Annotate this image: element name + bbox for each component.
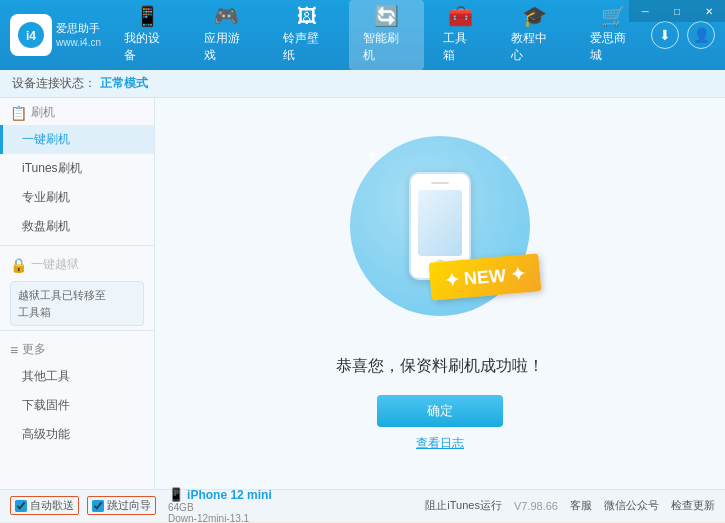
- auto-send-checkbox-item: 自动歌送: [10, 496, 79, 515]
- sparkle-right-icon: ✦: [500, 151, 510, 165]
- bottom-bar: 自动歌送 跳过向导 📱 iPhone 12 mini 64GB Down-12m…: [0, 489, 725, 521]
- device-name: iPhone 12 mini: [187, 488, 272, 502]
- skip-wizard-checkbox-item: 跳过向导: [87, 496, 156, 515]
- sub-header: 设备连接状态： 正常模式: [0, 70, 725, 98]
- customer-service-link[interactable]: 客服: [570, 498, 592, 513]
- device-version: Down-12mini-13.1: [168, 513, 272, 523]
- tools-icon: 🧰: [448, 6, 473, 26]
- apps-icon: 🎮: [214, 6, 239, 26]
- sidebar-section-jailbreak: 🔒 一键越狱: [0, 250, 154, 277]
- jailbreak-notice: 越狱工具已转移至工具箱: [10, 281, 144, 326]
- sidebar-section-more: ≡ 更多: [0, 335, 154, 362]
- wallpaper-icon: 🖼: [297, 6, 317, 26]
- user-button[interactable]: 👤: [687, 21, 715, 49]
- sidebar-item-itunes[interactable]: iTunes刷机: [0, 154, 154, 183]
- logo-area: i4 爱思助手 www.i4.cn: [10, 14, 110, 56]
- sidebar-item-download-fw[interactable]: 下载固件: [0, 391, 154, 420]
- shop-icon: 🛒: [601, 6, 626, 26]
- sidebar-divider-2: [0, 330, 154, 331]
- maximize-button[interactable]: □: [661, 0, 693, 22]
- phone-illustration: ✦ ✦ ✦ NEW ✦: [340, 136, 540, 336]
- phone-speaker: [431, 182, 449, 185]
- nav-tools[interactable]: 🧰 工具箱: [429, 0, 492, 70]
- status-badge: 正常模式: [100, 75, 148, 92]
- logo-text: 爱思助手 www.i4.cn: [56, 21, 101, 48]
- phone-circle: ✦ ✦ ✦ NEW ✦: [350, 136, 530, 316]
- more-section-icon: ≡: [10, 342, 18, 358]
- phone-screen: [418, 190, 462, 255]
- close-button[interactable]: ✕: [693, 0, 725, 22]
- device-info: 📱 iPhone 12 mini 64GB Down-12mini-13.1: [168, 487, 272, 523]
- window-controls: ─ □ ✕: [629, 0, 725, 22]
- nav-tutorial[interactable]: 🎓 教程中心: [497, 0, 572, 70]
- nav-my-device[interactable]: 📱 我的设备: [110, 0, 185, 70]
- nav-apps[interactable]: 🎮 应用游戏: [190, 0, 265, 70]
- header: i4 爱思助手 www.i4.cn 📱 我的设备 🎮 应用游戏 🖼 铃声壁纸 🔄…: [0, 0, 725, 70]
- auto-send-checkbox[interactable]: [15, 500, 27, 512]
- version-text: V7.98.66: [514, 500, 558, 512]
- logo-icon: i4: [10, 14, 52, 56]
- lock-icon: 🔒: [10, 257, 27, 273]
- confirm-button[interactable]: 确定: [377, 395, 503, 427]
- sidebar: 📋 刷机 一键刷机 iTunes刷机 专业刷机 救盘刷机 🔒 一键越狱 越狱工具…: [0, 98, 155, 489]
- stop-itunes-button[interactable]: 阻止iTunes运行: [425, 498, 502, 513]
- nav-smart-shop[interactable]: 🔄 智能刷机: [349, 0, 424, 70]
- nav-bar: 📱 我的设备 🎮 应用游戏 🖼 铃声壁纸 🔄 智能刷机 🧰 工具箱 🎓 教程中心…: [110, 0, 651, 70]
- nav-wallpaper[interactable]: 🖼 铃声壁纸: [269, 0, 344, 70]
- skip-wizard-label: 跳过向导: [107, 498, 151, 513]
- sidebar-item-save-data[interactable]: 救盘刷机: [0, 212, 154, 241]
- flash-section-icon: 📋: [10, 105, 27, 121]
- tutorial-icon: 🎓: [522, 6, 547, 26]
- my-device-icon: 📱: [135, 6, 160, 26]
- device-detail: 64GB: [168, 502, 272, 513]
- sidebar-item-advanced[interactable]: 高级功能: [0, 420, 154, 449]
- sidebar-section-flash: 📋 刷机: [0, 98, 154, 125]
- success-message: 恭喜您，保资料刷机成功啦！: [336, 356, 544, 377]
- sidebar-divider-1: [0, 245, 154, 246]
- device-phone-icon: 📱: [168, 487, 184, 502]
- header-right: ⬇ 👤: [651, 21, 715, 49]
- skip-wizard-checkbox[interactable]: [92, 500, 104, 512]
- smart-shop-icon: 🔄: [374, 6, 399, 26]
- minimize-button[interactable]: ─: [629, 0, 661, 22]
- secondary-link[interactable]: 查看日志: [416, 435, 464, 452]
- bottom-right: 阻止iTunes运行 V7.98.66 客服 微信公众号 检查更新: [425, 498, 715, 513]
- sparkle-left-icon: ✦: [365, 146, 378, 165]
- download-button[interactable]: ⬇: [651, 21, 679, 49]
- main-layout: 📋 刷机 一键刷机 iTunes刷机 专业刷机 救盘刷机 🔒 一键越狱 越狱工具…: [0, 98, 725, 489]
- sidebar-item-one-click[interactable]: 一键刷机: [0, 125, 154, 154]
- check-update-link[interactable]: 检查更新: [671, 498, 715, 513]
- auto-send-label: 自动歌送: [30, 498, 74, 513]
- svg-text:i4: i4: [26, 29, 36, 43]
- sidebar-item-other-tools[interactable]: 其他工具: [0, 362, 154, 391]
- sidebar-item-pro-flash[interactable]: 专业刷机: [0, 183, 154, 212]
- wechat-public-link[interactable]: 微信公众号: [604, 498, 659, 513]
- content-area: ✦ ✦ ✦ NEW ✦ 恭喜您，保资料刷机成功啦！ 确定 查看日志: [155, 98, 725, 489]
